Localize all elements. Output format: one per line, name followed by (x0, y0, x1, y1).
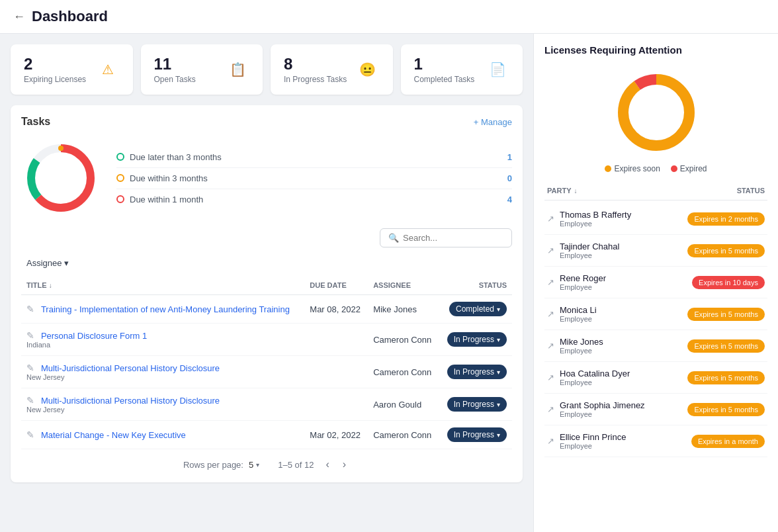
task-title-cell: ✎ Personal Disclosure Form 1 Indiana (21, 324, 304, 356)
filter-row: Assignee ▾ (21, 255, 512, 271)
task-title-link[interactable]: Material Change - New Key Executive (41, 430, 186, 440)
party-info: Ellice Finn Prince Employee (560, 432, 626, 450)
badge-dropdown-icon: ▾ (497, 401, 500, 408)
donut-chart (21, 138, 101, 218)
task-row-icon: ✎ (26, 395, 34, 406)
task-subtitle: New Jersey (26, 373, 299, 381)
rows-dropdown-icon[interactable]: ▾ (256, 461, 259, 468)
party-row-left: ↗ Tajinder Chahal Employee (547, 242, 619, 259)
right-panel: Licenses Requiring Attention Expires soo… (533, 34, 778, 532)
manage-button[interactable]: + Manage (474, 117, 512, 127)
external-link-icon[interactable]: ↗ (547, 277, 554, 287)
task-subtitle: New Jersey (26, 406, 299, 414)
col-title: TITLE ↓ (21, 276, 304, 295)
party-name: Grant Sophia Jimenez (560, 400, 645, 410)
search-input[interactable] (403, 233, 503, 243)
expires-badge: Expires in 10 days (692, 276, 765, 289)
party-name: Rene Roger (560, 273, 606, 283)
status-badge[interactable]: In Progress ▾ (447, 427, 507, 442)
stat-card-completed[interactable]: 1 Completed Tasks 📄 (401, 44, 523, 95)
stat-icon-completed: 📄 (486, 58, 509, 81)
external-link-icon[interactable]: ↗ (547, 245, 554, 255)
header: ← Dashboard (0, 0, 778, 34)
external-link-icon[interactable]: ↗ (547, 214, 554, 224)
next-page-button[interactable]: › (339, 457, 350, 472)
task-title-cell: ✎ Multi-Jurisdictional Personal History … (21, 388, 304, 421)
task-title-link[interactable]: Personal Disclosure Form 1 (41, 331, 147, 341)
expires-badge: Expires in a month (691, 435, 765, 448)
table-row: ✎ Personal Disclosure Form 1 Indiana Cam… (21, 324, 512, 356)
badge-dropdown-icon: ▾ (497, 431, 500, 439)
tasks-title: Tasks (21, 116, 50, 128)
task-status-cell: In Progress ▾ (439, 324, 512, 356)
tasks-header: Tasks + Manage (21, 116, 512, 128)
task-due-date (304, 324, 368, 356)
task-assignee: Mike Jones (368, 295, 439, 324)
party-name: Ellice Finn Prince (560, 432, 626, 442)
external-link-icon[interactable]: ↗ (547, 341, 554, 351)
table-row: ✎ Material Change - New Key Executive Ma… (21, 421, 512, 449)
task-title-link[interactable]: Multi-Jurisdictional Personal History Di… (41, 363, 220, 373)
task-title-link[interactable]: Training - Implementation of new Anti-Mo… (41, 304, 290, 314)
task-status-cell: In Progress ▾ (439, 388, 512, 421)
party-row-left: ↗ Ellice Finn Prince Employee (547, 432, 626, 450)
badge-dropdown-icon: ▾ (497, 306, 500, 313)
external-link-icon[interactable]: ↗ (547, 404, 554, 414)
legend-count: 1 (507, 152, 512, 162)
col-assignee: ASSIGNEE (368, 276, 439, 295)
licenses-panel-title: Licenses Requiring Attention (544, 44, 767, 56)
main-layout: 2 Expiring Licenses ⚠ 11 Open Tasks 📋 8 … (0, 34, 778, 532)
party-row-left: ↗ Rene Roger Employee (547, 273, 606, 291)
stat-card-open[interactable]: 11 Open Tasks 📋 (141, 44, 263, 95)
task-due-date (304, 388, 368, 421)
search-row: 🔍 (21, 228, 512, 247)
task-assignee: Aaron Gould (368, 388, 439, 421)
expires-badge: Expires in 5 months (687, 308, 765, 321)
external-link-icon[interactable]: ↗ (547, 436, 554, 446)
status-badge[interactable]: In Progress ▾ (447, 397, 507, 412)
status-badge[interactable]: In Progress ▾ (447, 332, 507, 347)
legend-count: 0 (507, 173, 512, 183)
page-nav: ‹ › (322, 457, 350, 472)
assignee-filter-button[interactable]: Assignee ▾ (21, 255, 512, 271)
party-name: Hoa Catalina Dyer (560, 369, 630, 378)
party-name: Mike Jones (560, 337, 603, 347)
party-role: Employee (560, 251, 619, 259)
external-link-icon[interactable]: ↗ (547, 373, 554, 382)
stat-label-completed: Completed Tasks (414, 75, 475, 84)
page-title: Dashboard (32, 8, 108, 25)
party-role: Employee (560, 283, 606, 291)
license-legend-item: Expires soon (605, 164, 660, 173)
rows-per-page-value[interactable]: 5 (249, 460, 253, 470)
task-title-cell: ✎ Training - Implementation of new Anti-… (21, 295, 304, 324)
licenses-legend: Expires soon Expired (605, 164, 707, 173)
task-assignee: Cameron Conn (368, 324, 439, 356)
status-badge[interactable]: Completed ▾ (449, 302, 507, 316)
party-info: Grant Sophia Jimenez Employee (560, 400, 645, 418)
external-link-icon[interactable]: ↗ (547, 309, 554, 319)
license-legend-dot (605, 165, 611, 172)
legend-item-label: Due within 3 months (116, 173, 208, 183)
expires-badge: Expires in 5 months (687, 339, 765, 353)
task-title-link[interactable]: Multi-Jurisdictional Personal History Di… (41, 396, 220, 406)
col-status: STATUS (439, 276, 512, 295)
task-due-date: Mar 08, 2022 (304, 295, 368, 324)
party-row: ↗ Monica Li Employee Expires in 5 months (544, 298, 767, 330)
status-badge[interactable]: In Progress ▾ (447, 365, 507, 379)
license-legend-item: Expired (671, 164, 707, 173)
party-row: ↗ Grant Sophia Jimenez Employee Expires … (544, 394, 767, 425)
party-column-header: PARTY ↓ (547, 187, 577, 195)
back-button[interactable]: ← (13, 10, 25, 24)
legend-text: Due later than 3 months (130, 152, 222, 162)
legend-count: 4 (507, 195, 512, 204)
search-box[interactable]: 🔍 (380, 228, 512, 247)
legend-item-label: Due within 1 month (116, 195, 203, 204)
prev-page-button[interactable]: ‹ (322, 457, 333, 472)
party-name: Monica Li (560, 305, 597, 315)
legend-dot (116, 195, 124, 203)
task-row-icon: ✎ (26, 304, 34, 314)
task-subtitle: Indiana (26, 341, 299, 349)
stat-card-inprogress[interactable]: 8 In Progress Tasks 😐 (271, 44, 393, 95)
party-info: Hoa Catalina Dyer Employee (560, 369, 630, 386)
stat-card-expiring[interactable]: 2 Expiring Licenses ⚠ (11, 44, 133, 95)
